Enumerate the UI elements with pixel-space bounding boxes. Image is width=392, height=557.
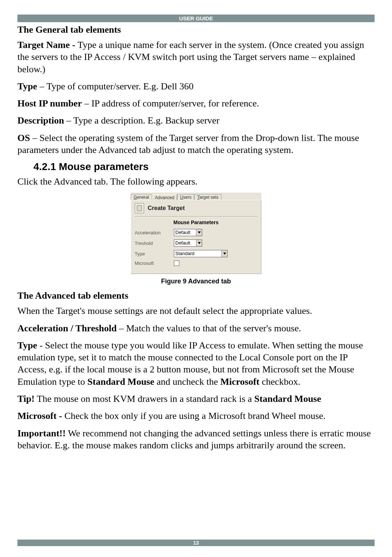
dash: – <box>117 323 126 334</box>
label-accel-threshold: Acceleration / Threshold <box>17 323 117 334</box>
figure-advanced-tab: General Advanced Users Target sets Creat… <box>17 193 375 274</box>
chevron-down-icon <box>196 240 202 246</box>
text-important: We recommend not changing the advanced s… <box>17 428 371 451</box>
chevron-down-icon <box>221 250 227 257</box>
paragraph-os: OS – Select the operating system of the … <box>17 132 375 156</box>
text-tip-bold: Standard Mouse <box>254 393 321 404</box>
label-host-ip: Host IP number <box>17 98 82 109</box>
paragraph-type-select: Type - Select the mouse type you would l… <box>17 339 375 388</box>
dash: – <box>82 98 91 109</box>
label-mouse-type: Type <box>135 251 174 257</box>
tab-advanced[interactable]: Advanced <box>152 194 177 200</box>
heading-4-2-1: 4.2.1 Mouse parameters <box>33 161 375 173</box>
stack-icon <box>135 203 144 213</box>
heading-advanced-tab-elements: The Advanced tab elements <box>17 290 375 301</box>
svg-marker-1 <box>198 242 201 244</box>
text-accel-threshold: Match the values to that of the server's… <box>126 323 301 334</box>
create-target-row: Create Target <box>135 203 257 217</box>
svg-marker-2 <box>223 253 226 255</box>
tab-general-rest: eneral <box>137 195 149 200</box>
text-microsoft-desc: Check the box only if you are using a Mi… <box>64 411 325 421</box>
text-host-ip: IP address of computer/server, for refer… <box>91 98 259 109</box>
tab-users-hotkey: U <box>180 195 183 200</box>
page-number: 13 <box>193 540 199 546</box>
row-acceleration: Acceleration Default <box>135 229 257 236</box>
svg-marker-0 <box>198 231 201 234</box>
tab-users[interactable]: Users <box>177 194 194 200</box>
paragraph-description: Description – Type a description. E.g. B… <box>17 114 375 126</box>
dash: – <box>30 133 40 143</box>
paragraph-target-name: Target Name - Type a unique name for eac… <box>17 39 375 75</box>
label-important: Important!! <box>17 428 66 439</box>
text-type2-post: checkbox. <box>260 376 301 387</box>
footer-bar: 13 <box>17 540 375 546</box>
label-type2: Type <box>17 340 37 351</box>
paragraph-accel-threshold: Acceleration / Threshold – Match the val… <box>17 322 375 334</box>
paragraph-type: Type – Type of computer/server. E.g. Del… <box>17 80 375 92</box>
label-tip: Tip! <box>17 393 34 404</box>
label-acceleration: Acceleration <box>135 230 174 235</box>
paragraph-microsoft: Microsoft - Check the box only if you ar… <box>17 410 375 422</box>
row-microsoft: Microsoft <box>135 261 257 266</box>
paragraph-click-advanced: Click the Advanced tab. The following ap… <box>17 175 375 187</box>
dash: - <box>37 340 45 351</box>
header-bar: USER GUIDE <box>17 15 375 22</box>
tab-targetsets-rest: arget sets <box>199 195 219 200</box>
mouse-parameters-title: Mouse Parameters <box>135 219 257 225</box>
text-type: Type of computer/server. E.g. Dell 360 <box>46 81 193 92</box>
paragraph-important: Important!! We recommend not changing th… <box>17 427 375 452</box>
text-description: Type a description. E.g. Backup server <box>73 115 220 126</box>
header-title: USER GUIDE <box>179 15 213 21</box>
select-acceleration[interactable]: Default <box>174 229 202 236</box>
tab-strip: General Advanced Users Target sets <box>131 193 261 200</box>
row-treshold: Treshold Default <box>135 239 257 247</box>
tab-users-rest: sers <box>183 195 192 200</box>
tab-general[interactable]: General <box>131 194 152 200</box>
select-type-value: Standard <box>174 250 221 257</box>
tab-target-sets[interactable]: Target sets <box>194 194 221 200</box>
figure-caption: Figure 9 Advanced tab <box>17 278 375 285</box>
dash: – <box>37 81 46 92</box>
create-target-title: Create Target <box>148 205 185 211</box>
label-description: Description <box>17 115 64 126</box>
dialog-body: Create Target Mouse Parameters Accelerat… <box>131 200 261 274</box>
label-microsoft-desc: Microsoft - <box>17 411 64 421</box>
select-treshold[interactable]: Default <box>174 239 202 247</box>
paragraph-host-ip: Host IP number – IP address of computer/… <box>17 97 375 109</box>
row-type: Type Standard <box>135 250 257 257</box>
label-treshold: Treshold <box>135 241 174 246</box>
heading-general-tab-elements: The General tab elements <box>17 24 375 35</box>
label-os: OS <box>17 133 30 143</box>
paragraph-when-not-default: When the Target's mouse settings are not… <box>17 305 375 317</box>
text-type2-mid: and uncheck the <box>154 376 220 387</box>
label-microsoft: Microsoft <box>135 261 174 266</box>
text-tip: The mouse on most KVM drawers in a stand… <box>34 393 254 404</box>
label-target-name: Target Name - <box>17 40 78 50</box>
text-standard-mouse: Standard Mouse <box>87 376 154 387</box>
select-acceleration-value: Default <box>174 229 196 236</box>
select-treshold-value: Default <box>174 240 196 246</box>
chevron-down-icon <box>196 229 202 236</box>
dash: – <box>64 115 74 126</box>
checkbox-microsoft[interactable] <box>174 261 179 266</box>
text-os: Select the operating system of the Targe… <box>17 133 359 155</box>
text-microsoft-bold: Microsoft <box>220 376 260 387</box>
tab-general-hotkey: G <box>134 195 137 200</box>
create-target-dialog: General Advanced Users Target sets Creat… <box>131 193 261 274</box>
label-type: Type <box>17 81 37 92</box>
paragraph-tip: Tip! The mouse on most KVM drawers in a … <box>17 393 375 405</box>
select-type[interactable]: Standard <box>174 250 228 257</box>
